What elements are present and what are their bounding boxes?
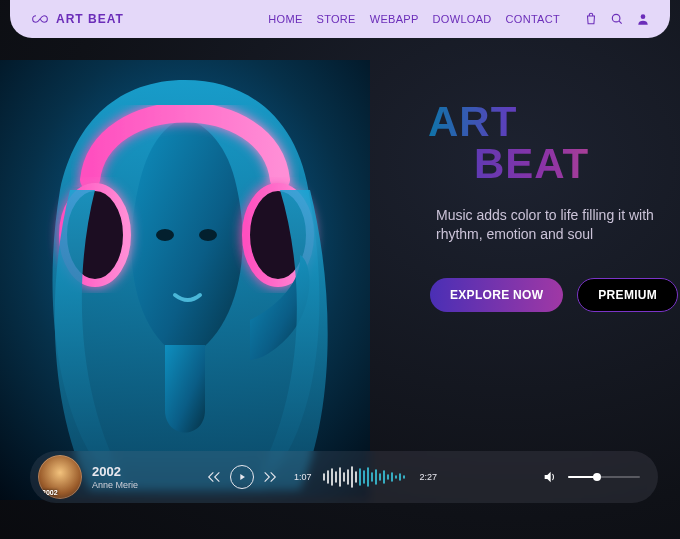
album-cover[interactable]: 2002 [38,455,82,499]
infinity-icon [32,14,48,24]
brand[interactable]: ART BEAT [32,12,124,26]
volume-icon[interactable] [542,469,558,485]
timeline: 1:07 2:27 [294,466,437,488]
headline-line-1: ART [428,98,589,146]
explore-button[interactable]: EXPLORE NOW [430,278,563,312]
nav-link-home[interactable]: HOME [268,13,302,25]
cover-year-label: 2002 [42,489,58,496]
volume-slider[interactable] [568,476,640,478]
next-icon[interactable] [260,467,280,487]
nav-icons [584,12,650,26]
hero-headline: ART BEAT [428,98,589,188]
svg-point-0 [612,14,620,22]
play-icon[interactable] [230,465,254,489]
premium-button[interactable]: PREMIUM [577,278,678,312]
primary-nav: HOME STORE WEBAPP DOWLOAD CONTACT [268,12,650,26]
nav-link-webapp[interactable]: WEBAPP [370,13,419,25]
svg-point-3 [156,229,174,241]
cta-group: EXPLORE NOW PREMIUM [430,278,678,312]
brand-name: ART BEAT [56,12,124,26]
search-icon[interactable] [610,12,624,26]
nav-link-download[interactable]: DOWLOAD [433,13,492,25]
track-info: 2002 Anne Merie [92,465,182,490]
svg-point-4 [199,229,217,241]
nav-link-store[interactable]: STORE [317,13,356,25]
user-icon[interactable] [636,12,650,26]
hero-image [0,60,370,500]
track-title: 2002 [92,465,182,478]
top-navbar: ART BEAT HOME STORE WEBAPP DOWLOAD CONTA… [10,0,670,38]
nav-link-contact[interactable]: CONTACT [506,13,560,25]
track-artist: Anne Merie [92,480,182,490]
volume-control [542,469,640,485]
bag-icon[interactable] [584,12,598,26]
volume-knob[interactable] [593,473,601,481]
svg-point-1 [641,14,646,19]
headline-line-2: BEAT [474,140,589,188]
time-elapsed: 1:07 [294,472,312,482]
previous-icon[interactable] [204,467,224,487]
time-duration: 2:27 [420,472,438,482]
waveform[interactable] [322,466,410,488]
playback-controls [204,465,280,489]
hero-tagline: Music adds color to life filling it with… [436,206,658,244]
player-bar: 2002 2002 Anne Merie 1:07 [30,451,658,503]
